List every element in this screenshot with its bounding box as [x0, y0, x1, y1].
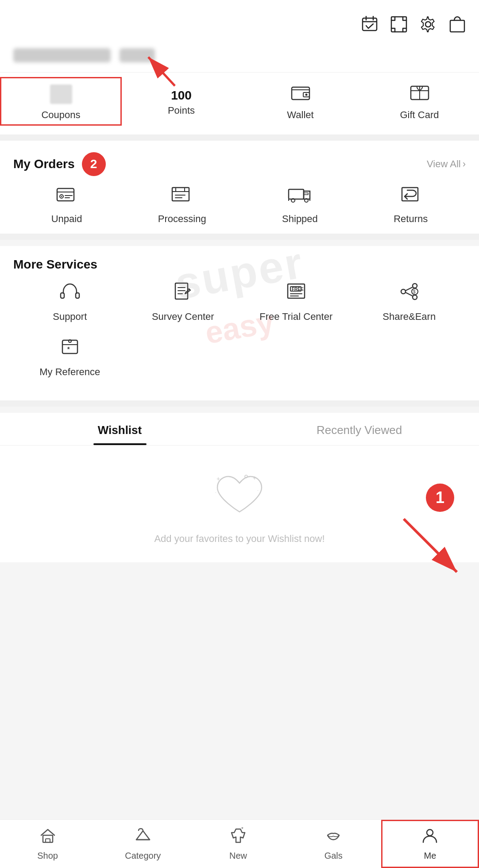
quick-stats-row: Coupons 100 Points Wallet: [0, 72, 479, 134]
order-returns[interactable]: Returns: [394, 186, 428, 225]
lips-icon: [325, 827, 342, 848]
svg-rect-15: [57, 188, 74, 201]
svg-text:$: $: [413, 289, 416, 294]
red-arrow-down-right: [395, 510, 466, 581]
header: [0, 0, 479, 72]
coupons-stat[interactable]: Coupons: [0, 77, 122, 126]
wishlist-prompt: Add your favorites to your Wishlist now!: [154, 533, 324, 545]
hanger-icon: [135, 827, 151, 848]
support-icon: [60, 281, 80, 306]
share-earn-label: Share&Earn: [382, 311, 436, 323]
svg-text:FREE: FREE: [292, 287, 304, 292]
service-survey[interactable]: Survey Center: [127, 281, 240, 323]
order-unpaid[interactable]: Unpaid: [51, 186, 82, 225]
bottom-nav: Shop Category * New: [0, 819, 479, 868]
nav-me[interactable]: Me: [381, 820, 479, 868]
processing-label: Processing: [158, 213, 206, 225]
unpaid-icon: [56, 186, 77, 209]
coupons-label: Coupons: [41, 109, 80, 121]
svg-line-8: [148, 57, 175, 86]
points-label: Points: [168, 105, 195, 116]
survey-icon: [173, 281, 193, 306]
coupon-icon: [50, 84, 72, 104]
services-title: More Services: [13, 257, 97, 272]
shipped-icon: [288, 186, 312, 209]
dress-icon: *: [230, 827, 247, 848]
orders-title: My Orders 2: [13, 152, 106, 176]
svg-text:·: ·: [257, 488, 259, 493]
orders-grid: Unpaid Processing: [13, 186, 466, 225]
nav-shop[interactable]: Shop: [0, 820, 95, 868]
reference-icon: *: [60, 337, 80, 361]
processing-icon: [171, 186, 193, 209]
nav-new[interactable]: * New: [190, 820, 286, 868]
svg-point-54: [69, 340, 71, 342]
orders-header: My Orders 2 View All ›: [13, 152, 466, 176]
shop-label: Shop: [37, 851, 58, 861]
points-count: 100: [171, 89, 192, 103]
order-shipped[interactable]: Shipped: [282, 186, 318, 225]
orders-badge: 2: [82, 152, 106, 176]
gals-label: Gals: [324, 851, 343, 861]
order-processing[interactable]: Processing: [158, 186, 206, 225]
username-row: [13, 43, 466, 72]
gift-card-stat[interactable]: Gift Card: [360, 77, 479, 126]
tab-wishlist[interactable]: Wishlist: [0, 413, 240, 445]
returns-icon: [400, 186, 421, 209]
nav-gals[interactable]: Gals: [286, 820, 381, 868]
svg-text:*: *: [67, 346, 70, 353]
wallet-stat[interactable]: Wallet: [241, 77, 360, 126]
expand-icon[interactable]: [390, 16, 407, 37]
shopping-bag-icon[interactable]: [449, 16, 466, 37]
wallet-label: Wallet: [287, 109, 313, 121]
svg-text:·: ·: [215, 490, 216, 495]
share-earn-icon: $: [399, 281, 419, 306]
my-orders-section: My Orders 2 View All › Unpaid: [0, 141, 479, 234]
service-share-earn[interactable]: $ Share&Earn: [353, 281, 466, 323]
me-label: Me: [424, 851, 437, 861]
service-my-reference[interactable]: * My Reference: [13, 337, 127, 379]
divider-2: [0, 234, 479, 240]
svg-line-63: [404, 519, 457, 572]
settings-icon[interactable]: [420, 16, 437, 37]
shipped-label: Shipped: [282, 213, 318, 225]
header-icons: [13, 8, 466, 43]
view-all-button[interactable]: View All ›: [427, 158, 466, 170]
gift-card-icon: [410, 84, 429, 104]
category-label: Category: [125, 851, 161, 861]
unpaid-label: Unpaid: [51, 213, 82, 225]
survey-label: Survey Center: [152, 311, 214, 323]
svg-rect-4: [391, 17, 406, 32]
points-stat[interactable]: 100 Points: [122, 77, 241, 126]
tab-recently-viewed[interactable]: Recently Viewed: [240, 413, 479, 445]
svg-point-5: [425, 22, 431, 27]
wishlist-tabs: Wishlist Recently Viewed: [0, 413, 479, 446]
svg-point-69: [427, 830, 433, 836]
nav-category[interactable]: Category: [95, 820, 190, 868]
svg-rect-33: [61, 293, 64, 298]
service-free-trial[interactable]: FREE Free Trial Center: [240, 281, 353, 323]
divider-1: [0, 134, 479, 141]
username-text: [13, 48, 111, 62]
calendar-check-icon[interactable]: [361, 16, 378, 37]
person-icon: [421, 827, 438, 848]
svg-rect-9: [292, 87, 309, 100]
wishlist-section: Wishlist Recently Viewed + + · · Add you…: [0, 413, 479, 562]
red-arrow-annotation-1: [144, 50, 188, 90]
service-support[interactable]: Support: [13, 281, 127, 323]
new-label: New: [229, 851, 247, 861]
svg-rect-27: [289, 189, 304, 199]
services-header: More Services: [13, 257, 466, 272]
returns-label: Returns: [394, 213, 428, 225]
svg-point-45: [413, 284, 417, 288]
support-label: Support: [53, 311, 87, 323]
svg-point-46: [413, 295, 417, 300]
svg-rect-6: [450, 20, 464, 32]
free-trial-icon: FREE: [286, 281, 306, 306]
svg-point-11: [305, 94, 307, 96]
svg-rect-21: [172, 188, 189, 201]
svg-text:*: *: [241, 827, 243, 832]
home-icon: [39, 827, 56, 848]
svg-point-47: [401, 289, 406, 294]
wishlist-heart-icon: + + · ·: [213, 472, 266, 522]
